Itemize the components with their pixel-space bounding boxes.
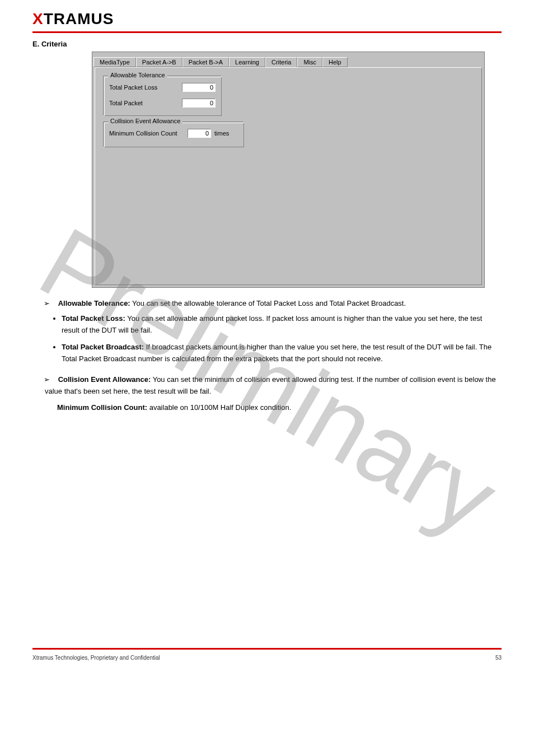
groupbox-legend-allowable-tolerance: Allowable Tolerance <box>108 72 167 78</box>
tab-mediatype[interactable]: MediaType <box>93 57 136 67</box>
disc-title-2: Total Packet Broadcast: <box>62 343 144 351</box>
tab-packet-a-b[interactable]: Packet A->B <box>136 57 182 67</box>
row-min-collision-count: Minimum Collision Count times <box>109 129 229 138</box>
input-total-packet[interactable] <box>182 99 216 108</box>
arrow-title-1: Allowable Tolerance: <box>58 299 130 307</box>
footer-left: Xtramus Technologies, Proprietary and Co… <box>32 655 160 661</box>
tab-bar: MediaType Packet A->B Packet B->A Learni… <box>92 52 484 67</box>
arrow-item-collision-event-allowance: Collision Event Allowance: You can set t… <box>45 374 502 413</box>
label-total-packet: Total Packet <box>109 100 182 106</box>
label-min-collision-count: Minimum Collision Count <box>109 130 188 137</box>
arrow-item-allowable-tolerance: Allowable Tolerance: You can set the all… <box>45 298 502 365</box>
tab-packet-b-a[interactable]: Packet B->A <box>182 57 229 67</box>
logo-x-letter: X <box>32 10 44 27</box>
arrow-text-1: You can set the allowable tolerance of T… <box>130 299 406 307</box>
label-total-packet-loss: Total Packet Loss <box>109 84 182 91</box>
arrow-title-2: Collision Event Allowance: <box>58 375 151 384</box>
disc-item-total-packet-loss: Total Packet Loss: You can set allowable… <box>62 313 502 337</box>
tab-learning[interactable]: Learning <box>229 57 265 67</box>
tab-misc[interactable]: Misc <box>297 57 322 67</box>
page: XTRAMUS E. Criteria MediaType Packet A->… <box>0 0 534 669</box>
tab-help[interactable]: Help <box>322 57 348 67</box>
arrow-list: Allowable Tolerance: You can set the all… <box>45 298 502 413</box>
tab-criteria[interactable]: Criteria <box>265 57 297 67</box>
logo-rest: TRAMUS <box>44 10 114 27</box>
header: XTRAMUS <box>0 0 534 28</box>
disc-list: Total Packet Loss: You can set allowable… <box>62 313 502 365</box>
groupbox-legend-collision: Collision Event Allowance <box>108 118 182 124</box>
disc-title-1: Total Packet Loss: <box>62 314 125 323</box>
collision-note-title: Minimum Collision Count: <box>57 403 147 412</box>
row-total-packet: Total Packet <box>109 99 216 108</box>
input-min-collision-count[interactable] <box>188 129 211 138</box>
footer-page-number: 53 <box>495 655 502 661</box>
logo: XTRAMUS <box>32 10 114 27</box>
groupbox-collision-event-allowance: Collision Event Allowance Minimum Collis… <box>103 122 244 147</box>
collision-note-text: available on 10/100M Half Duplex conditi… <box>147 403 291 412</box>
input-total-packet-loss[interactable] <box>182 83 216 92</box>
screenshot-panel: MediaType Packet A->B Packet B->A Learni… <box>92 52 485 288</box>
row-total-packet-loss: Total Packet Loss <box>109 83 216 92</box>
body-text: Allowable Tolerance: You can set the all… <box>45 298 502 413</box>
collision-note: Minimum Collision Count: available on 10… <box>57 402 502 414</box>
tab-panel: Allowable Tolerance Total Packet Loss To… <box>95 67 482 285</box>
unit-times: times <box>214 130 229 137</box>
groupbox-allowable-tolerance: Allowable Tolerance Total Packet Loss To… <box>103 76 222 116</box>
disc-item-total-packet-broadcast: Total Packet Broadcast: If broadcast pac… <box>62 342 502 365</box>
section-title: E. Criteria <box>32 40 534 48</box>
footer: Xtramus Technologies, Proprietary and Co… <box>32 655 502 661</box>
header-rule <box>32 31 502 33</box>
footer-rule <box>32 648 502 650</box>
